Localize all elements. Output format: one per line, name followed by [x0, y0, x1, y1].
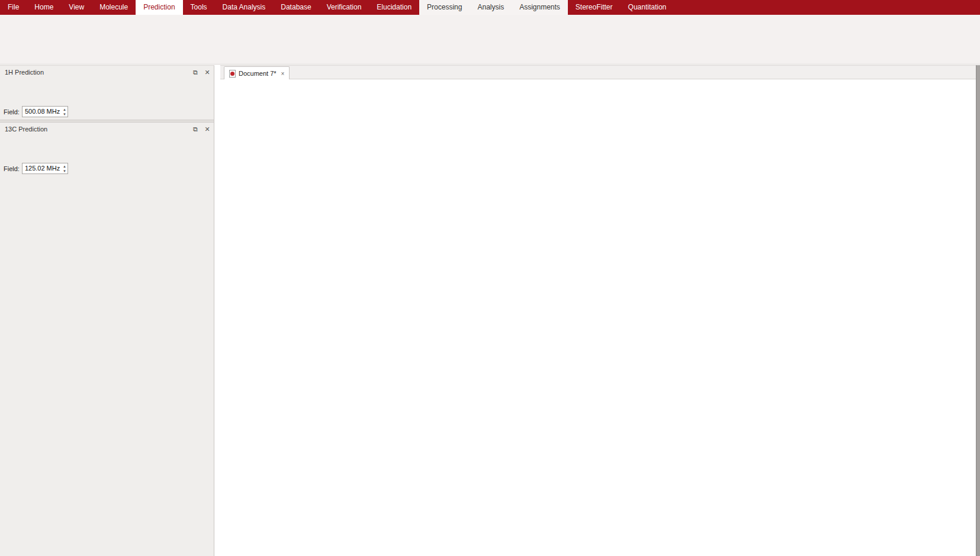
window-right-edge — [976, 65, 980, 556]
panel-1h-title: 1H Prediction — [5, 69, 44, 76]
ribbon-tab-bar: FileHomeViewMoleculePredictionToolsData … — [0, 0, 980, 15]
ribbon-tab-quantitation[interactable]: Quantitation — [621, 0, 674, 15]
ribbon-tab-stereofitter[interactable]: StereoFitter — [568, 0, 621, 15]
ribbon-toolbar — [0, 15, 980, 65]
ribbon-tab-molecule[interactable]: Molecule — [92, 0, 136, 15]
ribbon-tab-assignments[interactable]: Assignments — [512, 0, 568, 15]
ribbon-tab-tools[interactable]: Tools — [183, 0, 215, 15]
close-document-icon[interactable]: × — [281, 70, 285, 77]
panel-1h-titlebar: 1H Prediction ⧉ ✕ — [0, 66, 214, 79]
ribbon-tab-file[interactable]: File — [0, 0, 27, 15]
document-icon — [229, 70, 236, 78]
panel-1h-toolbar — [0, 79, 214, 104]
panel-1h-prediction: 1H Prediction ⧉ ✕ Field: 500.08 MHz ▲▼ — [0, 66, 214, 120]
ribbon-tab-home[interactable]: Home — [27, 0, 61, 15]
float-panel-icon[interactable]: ⧉ — [191, 68, 200, 76]
ribbon-tab-elucidation[interactable]: Elucidation — [369, 0, 419, 15]
spectrum-canvas[interactable] — [220, 79, 976, 556]
ribbon-tab-data-analysis[interactable]: Data Analysis — [215, 0, 274, 15]
spinner-arrows-icon[interactable]: ▲▼ — [63, 164, 66, 173]
document-tab-label: Document 7* — [239, 70, 277, 77]
ribbon-tab-view[interactable]: View — [61, 0, 92, 15]
hsqc-spectrum-plot[interactable] — [220, 79, 976, 556]
panel-13c-prediction: 13C Prediction ⧉ ✕ Field: 125.02 MHz ▲▼ — [0, 123, 214, 176]
document-tab-bar: Document 7* × — [220, 65, 976, 79]
panel-13c-title: 13C Prediction — [5, 126, 47, 133]
float-panel-icon[interactable]: ⧉ — [191, 125, 200, 133]
close-panel-icon[interactable]: ✕ — [203, 125, 211, 133]
ribbon-tab-analysis[interactable]: Analysis — [470, 0, 512, 15]
field-spinner-1h[interactable]: 500.08 MHz ▲▼ — [22, 106, 68, 117]
close-panel-icon[interactable]: ✕ — [203, 68, 211, 76]
field-label-1h: Field: — [4, 108, 20, 115]
document-tab[interactable]: Document 7* × — [224, 66, 290, 80]
ribbon-tab-verification[interactable]: Verification — [319, 0, 369, 15]
ribbon-tab-processing[interactable]: Processing — [419, 0, 470, 15]
panel-13c-titlebar: 13C Prediction ⧉ ✕ — [0, 123, 214, 136]
field-spinner-13c[interactable]: 125.02 MHz ▲▼ — [22, 163, 68, 174]
mnova-application-window: FileHomeViewMoleculePredictionToolsData … — [0, 0, 980, 556]
panel-13c-toolbar — [0, 136, 214, 161]
ribbon-tab-prediction[interactable]: Prediction — [136, 0, 182, 15]
left-dock-panels: 1H Prediction ⧉ ✕ Field: 500.08 MHz ▲▼ 1… — [0, 65, 214, 556]
spinner-arrows-icon[interactable]: ▲▼ — [63, 107, 66, 117]
document-area: Document 7* × — [220, 65, 976, 556]
field-label-13c: Field: — [4, 165, 20, 172]
ribbon-tab-database[interactable]: Database — [273, 0, 319, 15]
